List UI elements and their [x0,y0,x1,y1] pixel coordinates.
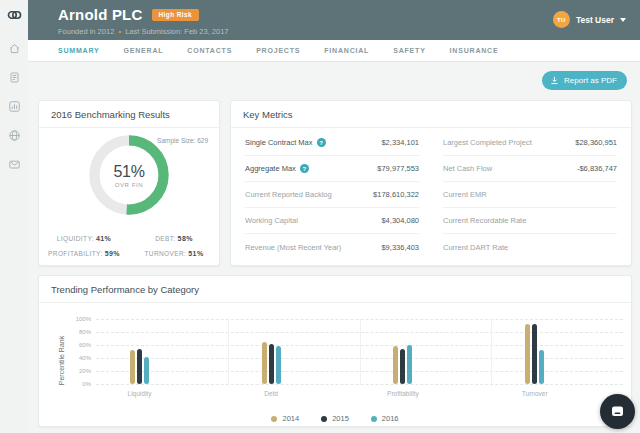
key-metrics-card: Key Metrics Single Contract Max? $2,334,… [230,100,632,266]
header: Arnold PLC High Risk Founded in 2012 • L… [28,0,640,40]
key-metrics-body: Single Contract Max? $2,334,101 Aggregat… [231,128,631,260]
category-separator [228,319,229,384]
metric-row-aggregate-max: Aggregate Max? $79,977,553 [245,156,419,182]
metric-row-current-dart-rate: Current DART Rate [443,234,617,260]
legend-label: 2015 [332,414,349,423]
trend-plot: 100%80%60%40%20%0%LiquidityDebtProfitabi… [96,319,623,384]
tab-contacts[interactable]: CONTACTS [187,47,232,54]
bar-debt-2014 [262,342,267,384]
metric-row-single-contract-max: Single Contract Max? $2,334,101 [245,130,419,156]
legend-item-2015[interactable]: 2015 [321,414,349,423]
bar-debt-2015 [269,344,274,384]
company-subtitle: Founded in 2012 • Last Submission: Feb 2… [58,27,229,36]
trending-performance-card: Trending Performance by Category Percent… [38,275,632,427]
legend-item-2016[interactable]: 2016 [371,414,399,423]
metric-row-current-recordable-rate: Current Recordable Rate [443,208,617,234]
page-title: Arnold PLC [58,6,143,23]
tab-insurance[interactable]: INSURANCE [450,47,499,54]
report-as-pdf-button[interactable]: Report as PDF [542,71,627,90]
donut-sublabel: OVR FIN [115,182,144,188]
benchmarking-title: 2016 Benchmarking Results [39,101,219,128]
chart-legend: 201420152016 [39,414,631,423]
document-icon[interactable] [8,71,21,84]
y-tick-label: 40% [66,355,91,361]
bar-profitability-2016 [407,345,412,384]
trending-chart: Percentile Rank 100%80%60%40%20%0%Liquid… [39,303,631,427]
category-separator [491,319,492,384]
tab-safety[interactable]: SAFETY [393,47,425,54]
y-tick-label: 80% [66,329,91,335]
metric-row-net-cash-flow: Net Cash Flow -$6,836,747 [443,156,617,182]
trending-title: Trending Performance by Category [39,276,631,303]
bar-debt-2016 [276,346,281,384]
x-category-label: Debt [264,390,278,397]
metric-row-current-emr: Current EMR [443,182,617,208]
tab-bar: SUMMARY GENERAL CONTACTS PROJECTS FINANC… [28,40,640,62]
stat-debt: Debt:58% [129,235,219,242]
legend-dot [321,416,327,422]
gridline [96,384,623,385]
stat-profitability: Profitability:59% [39,250,129,257]
metric-row-revenue: Revenue (Most Recent Year) $9,336,403 [245,234,419,260]
help-icon[interactable]: ? [317,138,326,147]
legend-dot [371,416,377,422]
benchmark-stats: Liquidity:41% Debt:58% Profitability:59%… [39,235,219,257]
bar-liquidity-2014 [130,350,135,384]
y-tick-label: 0% [66,381,91,387]
bar-profitability-2015 [400,349,405,384]
y-axis-label: Percentile Rank [58,331,65,391]
user-menu[interactable]: TU Test User [553,11,626,28]
legend-item-2014[interactable]: 2014 [271,414,299,423]
y-tick-label: 100% [66,316,91,322]
bullet-separator: • [118,28,121,36]
bar-liquidity-2016 [144,357,149,384]
help-icon[interactable]: ? [300,164,309,173]
tab-summary[interactable]: SUMMARY [58,47,100,54]
mail-icon[interactable] [8,158,21,171]
stat-turnover: Turnover:51% [129,250,219,257]
tab-financial[interactable]: FINANCIAL [324,47,369,54]
y-tick-label: 20% [66,368,91,374]
x-category-label: Profitability [387,390,419,397]
bar-liquidity-2015 [137,349,142,384]
app-logo[interactable] [7,8,22,26]
category-separator [360,319,361,384]
metric-row-working-capital: Working Capital $4,304,080 [245,208,419,234]
bar-turnover-2016 [539,350,544,384]
x-category-label: Liquidity [128,390,152,397]
x-category-label: Turnover [522,390,548,397]
benchmarking-card: 2016 Benchmarking Results Sample Size: 6… [38,100,220,266]
tab-projects[interactable]: PROJECTS [256,47,300,54]
last-submission-text: Last Submission: Feb 23, 2017 [125,27,228,36]
avatar: TU [553,11,570,28]
download-icon [550,76,559,85]
bar-turnover-2015 [532,324,537,384]
report-as-pdf-label: Report as PDF [564,76,617,85]
ovr-fin-donut-chart: 51% OVR FIN [87,133,171,217]
chat-launcher-button[interactable] [600,394,635,429]
tab-general[interactable]: GENERAL [124,47,164,54]
risk-badge: High Risk [152,9,200,21]
metric-row-current-reported-backlog: Current Reported Backlog $178,610,322 [245,182,419,208]
metrics-left-column: Single Contract Max? $2,334,101 Aggregat… [245,130,419,260]
analytics-icon[interactable] [8,100,21,113]
sidebar-nav [8,42,21,171]
key-metrics-title: Key Metrics [231,101,631,128]
donut-center: 51% OVR FIN [87,133,171,217]
user-name: Test User [576,15,614,25]
bar-profitability-2014 [393,346,398,384]
sidebar [0,0,28,433]
globe-icon[interactable] [8,129,21,142]
y-tick-label: 60% [66,342,91,348]
stat-liquidity: Liquidity:41% [39,235,129,242]
legend-label: 2016 [382,414,399,423]
legend-label: 2014 [282,414,299,423]
home-icon[interactable] [8,42,21,55]
metrics-right-column: Largest Completed Project $28,360,951 Ne… [443,130,617,260]
founded-text: Founded in 2012 [58,27,114,36]
legend-dot [271,416,277,422]
chevron-down-icon [620,18,626,22]
metric-row-largest-completed-project: Largest Completed Project $28,360,951 [443,130,617,156]
bar-turnover-2014 [525,324,530,384]
company-row: Arnold PLC High Risk [58,6,199,23]
